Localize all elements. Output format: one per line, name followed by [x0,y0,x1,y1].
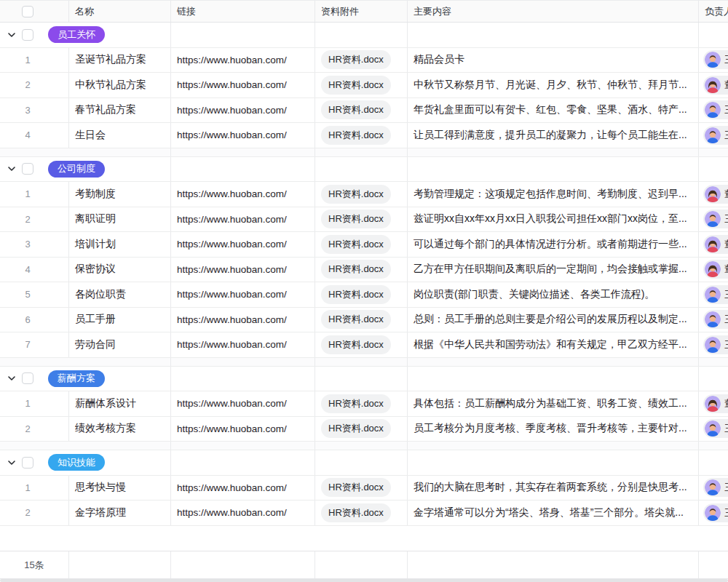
table-row[interactable]: 3培训计划https://www.huoban.com/HR资料.docx可以通… [0,232,728,258]
link-cell[interactable]: https://www.huoban.com/ [171,308,315,332]
attachment-cell[interactable]: HR资料.docx [315,98,408,123]
attachment-cell[interactable]: HR资料.docx [315,48,408,73]
attachment-pill[interactable]: HR资料.docx [321,478,391,497]
owner-chip[interactable]: 三 [703,210,728,228]
owner-cell[interactable]: 三 [699,332,728,357]
content-cell[interactable]: 中秋节又称祭月节、月光诞、月夕、秋节、仲秋节、拜月节... [408,73,699,97]
row-number-cell[interactable]: 4 [0,123,69,148]
chevron-down-icon[interactable] [7,458,16,467]
attachment-cell[interactable]: HR资料.docx [315,282,408,307]
owner-cell[interactable]: 三 [699,98,728,123]
group-checkbox[interactable] [22,457,33,469]
owner-chip[interactable]: 三 [703,310,728,329]
owner-cell[interactable]: 三 [699,476,728,501]
link-cell[interactable]: https://www.huoban.com/ [171,48,315,73]
chevron-down-icon[interactable] [7,31,16,39]
name-cell[interactable]: 圣诞节礼品方案 [69,48,171,73]
owner-chip[interactable]: 三 [703,285,728,304]
attachment-pill[interactable]: HR资料.docx [321,394,391,413]
table-row[interactable]: 7劳动合同https://www.huoban.com/HR资料.docx根据《… [0,332,728,358]
attachment-cell[interactable]: HR资料.docx [315,417,408,442]
name-cell[interactable]: 各岗位职责 [69,282,171,307]
link-cell[interactable]: https://www.huoban.com/ [171,501,315,525]
table-row[interactable]: 4保密协议https://www.huoban.com/HR资料.docx乙方在… [0,258,728,283]
content-cell[interactable]: 年货礼盒里面可以有贺卡、红包、零食、坚果、酒水、特产... [408,98,699,123]
owner-cell[interactable]: 三 [699,308,728,332]
attachment-pill[interactable]: HR资料.docx [321,260,391,279]
attachment-cell[interactable]: HR资料.docx [315,332,408,357]
row-number-cell[interactable]: 5 [0,282,69,307]
attachment-pill[interactable]: HR资料.docx [321,185,391,204]
owner-chip[interactable]: 董 [703,260,728,279]
table-row[interactable]: 1考勤制度https://www.huoban.com/HR资料.docx考勤管… [0,182,728,207]
link-cell[interactable]: https://www.huoban.com/ [171,73,315,97]
attachment-cell[interactable]: HR资料.docx [315,123,408,148]
name-cell[interactable]: 培训计划 [69,232,171,257]
table-row[interactable]: 3春节礼品方案https://www.huoban.com/HR资料.docx年… [0,98,728,124]
row-number-cell[interactable]: 2 [0,417,69,442]
link-cell[interactable]: https://www.huoban.com/ [171,123,315,148]
table-row[interactable]: 6员工手册https://www.huoban.com/HR资料.docx总则：… [0,308,728,333]
column-header-name[interactable]: 名称 [69,1,171,22]
name-cell[interactable]: 生日会 [69,123,171,148]
attachment-pill[interactable]: HR资料.docx [321,210,391,228]
attachment-cell[interactable]: HR资料.docx [315,73,408,97]
attachment-pill[interactable]: HR资料.docx [321,310,391,329]
attachment-pill[interactable]: HR资料.docx [321,50,391,69]
row-number-cell[interactable]: 2 [0,501,69,525]
attachment-cell[interactable]: HR资料.docx [315,207,408,232]
attachment-pill[interactable]: HR资料.docx [321,126,391,145]
owner-chip[interactable]: 董 [703,235,728,254]
owner-cell[interactable]: 三 [699,417,728,442]
table-row[interactable]: 1薪酬体系设计https://www.huoban.com/HR资料.docx具… [0,391,728,417]
owner-chip[interactable]: 董 [703,76,728,95]
attachment-cell[interactable]: HR资料.docx [315,308,408,332]
row-number-cell[interactable]: 3 [0,232,69,257]
attachment-pill[interactable]: HR资料.docx [321,335,391,354]
row-number-cell[interactable]: 1 [0,476,69,501]
owner-cell[interactable]: 董 [699,258,728,282]
name-cell[interactable]: 思考快与慢 [69,476,171,501]
row-number-cell[interactable]: 1 [0,391,69,416]
owner-cell[interactable]: 三 [699,123,728,148]
column-header-attachment[interactable]: 资料附件 [315,1,408,22]
row-number-cell[interactable]: 4 [0,258,69,282]
owner-chip[interactable]: 三 [703,50,728,69]
name-cell[interactable]: 劳动合同 [69,332,171,357]
link-cell[interactable]: https://www.huoban.com/ [171,258,315,282]
owner-cell[interactable]: 董 [699,232,728,257]
table-row[interactable]: 2金字塔原理https://www.huoban.com/HR资料.docx金字… [0,501,728,526]
content-cell[interactable]: 员工考核分为月度考核、季度考核、晋升考核等，主要针对... [408,417,699,442]
owner-cell[interactable]: 董 [699,73,728,97]
content-cell[interactable]: 我们的大脑在思考时，其实存在着两套系统，分别是快思考... [408,476,699,501]
owner-cell[interactable]: 三 [699,48,728,73]
name-cell[interactable]: 薪酬体系设计 [69,391,171,416]
chevron-down-icon[interactable] [7,164,16,173]
table-row[interactable]: 5各岗位职责https://www.huoban.com/HR资料.docx岗位… [0,282,728,308]
name-cell[interactable]: 离职证明 [69,207,171,232]
link-cell[interactable]: https://www.huoban.com/ [171,207,315,232]
attachment-pill[interactable]: HR资料.docx [321,235,391,254]
select-all-checkbox[interactable] [22,6,33,17]
group-checkbox[interactable] [22,372,33,384]
content-cell[interactable]: 乙方在甲方任职期间及离职后的一定期间，均会接触或掌握... [408,258,699,282]
owner-chip[interactable]: 三 [703,335,728,354]
content-cell[interactable]: 岗位职责(部门职责、关键岗位描述、各类工作流程)。 [408,282,699,307]
row-number-cell[interactable]: 2 [0,207,69,232]
horizontal-scrollbar[interactable] [0,579,728,582]
attachment-cell[interactable]: HR资料.docx [315,501,408,525]
owner-cell[interactable]: 三 [699,207,728,232]
name-cell[interactable]: 春节礼品方案 [69,98,171,123]
content-cell[interactable]: 金字塔通常可以分为“塔尖、塔身、塔基”三个部分。塔尖就... [408,501,699,525]
table-row[interactable]: 2绩效考核方案https://www.huoban.com/HR资料.docx员… [0,417,728,442]
owner-cell[interactable]: 三 [699,282,728,307]
table-row[interactable]: 4生日会https://www.huoban.com/HR资料.docx让员工得… [0,123,728,148]
attachment-pill[interactable]: HR资料.docx [321,419,391,438]
owner-chip[interactable]: 三 [703,419,728,438]
content-cell[interactable]: 让员工得到满意度，提升员工的凝聚力，让每个员工能生在... [408,123,699,148]
column-header-link[interactable]: 链接 [171,1,315,22]
name-cell[interactable]: 中秋节礼品方案 [69,73,171,97]
owner-cell[interactable]: 董 [699,391,728,416]
content-cell[interactable]: 根据《中华人民共和国劳动法》和有关规定，甲乙双方经平... [408,332,699,357]
link-cell[interactable]: https://www.huoban.com/ [171,282,315,307]
